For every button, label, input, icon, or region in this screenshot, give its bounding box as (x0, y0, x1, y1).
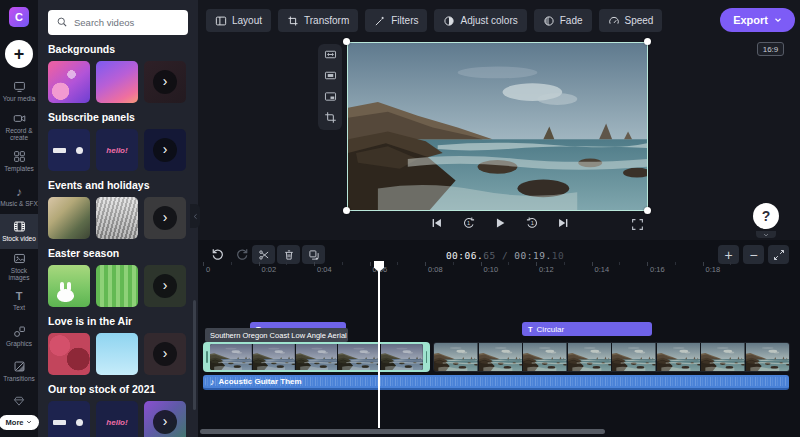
forward-1s-button[interactable]: 1 (525, 216, 539, 233)
skip-to-end-button[interactable] (556, 216, 570, 233)
ruler-minor-tick (342, 262, 343, 265)
see-more-thumb[interactable]: › (144, 197, 186, 239)
fullscreen-icon[interactable] (631, 218, 644, 234)
chevron-right-icon: › (153, 70, 177, 94)
sidebar-item-record-create[interactable]: Record & create (0, 109, 38, 144)
see-more-thumb[interactable]: › (144, 61, 186, 103)
stock-thumb[interactable] (96, 333, 138, 375)
selection-handle-bottom-right[interactable] (644, 207, 651, 214)
timeline-ruler[interactable]: 00:020:040:060:080:100:120:140:160:18 (198, 262, 800, 278)
fill-button[interactable] (321, 69, 339, 84)
thumb-text: hello! (96, 129, 138, 171)
clipchamp-logo[interactable]: C (9, 7, 29, 27)
sidebar-item-text[interactable]: TText (0, 284, 38, 319)
preview-side-toolbar (318, 44, 342, 130)
audio-clip-label: Acoustic Guitar Them (219, 377, 302, 386)
chevron-right-icon: › (153, 274, 177, 298)
layout-button[interactable]: Layout (206, 9, 271, 32)
stock-thumb[interactable] (96, 197, 138, 239)
stock-video-panel: Search videos Backgrounds›Subscribe pane… (38, 0, 198, 437)
stock-thumb[interactable] (48, 333, 90, 375)
stock-thumb[interactable] (48, 401, 90, 437)
time-display: 00:06.65 / 00:19.10 (420, 250, 590, 261)
text-clip-label: Circular (537, 325, 565, 334)
add-media-button[interactable]: + (5, 40, 33, 68)
video-preview[interactable] (347, 42, 648, 211)
clipchamp-app: C + Your mediaRecord & createTemplates♪M… (0, 0, 800, 437)
ruler-tick (203, 262, 204, 266)
ruler-tick (536, 262, 537, 266)
skip-to-start-button[interactable] (430, 216, 444, 233)
transform-button[interactable]: Transform (278, 9, 358, 32)
video-clip[interactable] (433, 342, 790, 372)
sidebar-item-music-sfx[interactable]: ♪Music & SFX (0, 179, 38, 214)
timeline-scrollbar[interactable] (200, 429, 605, 434)
playhead-line[interactable] (378, 262, 380, 428)
fade-button[interactable]: Fade (534, 9, 592, 32)
camera-icon (13, 112, 26, 125)
selection-handle-top-right[interactable] (644, 38, 651, 45)
thumb-row: › (48, 61, 188, 103)
filters-icon (374, 15, 386, 27)
text-icon: T (16, 291, 23, 302)
rewind-1s-button[interactable]: 1 (462, 216, 476, 233)
sidebar-item-stock-images[interactable]: Stock images (0, 249, 38, 284)
text-icon: T (528, 325, 533, 334)
section-title: Subscribe panels (48, 111, 188, 124)
sidebar-item-label: Graphics (6, 340, 32, 347)
panel-scrollbar[interactable] (193, 300, 196, 410)
see-more-thumb[interactable]: › (144, 401, 186, 437)
stock-thumb[interactable] (96, 265, 138, 307)
shapes-icon (13, 325, 26, 338)
see-more-thumb[interactable]: › (144, 333, 186, 375)
edit-toolbar: LayoutTransformFiltersAdjust colorsFadeS… (206, 9, 662, 32)
ruler-tick (592, 262, 593, 266)
speed-button[interactable]: Speed (599, 9, 663, 32)
panel-collapse-handle[interactable] (190, 204, 200, 228)
aspect-ratio-badge[interactable]: 16:9 (757, 42, 784, 56)
whats-new-icon[interactable] (13, 393, 25, 411)
selection-handle-top-left[interactable] (343, 38, 350, 45)
ruler-tick (425, 262, 426, 266)
transitions-icon (13, 360, 26, 373)
more-button[interactable]: More (0, 415, 39, 430)
ruler-minor-tick (619, 262, 620, 265)
stock-thumb[interactable] (48, 197, 90, 239)
sidebar-item-transitions[interactable]: Transitions (0, 354, 38, 389)
stock-thumb[interactable] (48, 265, 90, 307)
filters-button[interactable]: Filters (365, 9, 427, 32)
crop-button[interactable] (321, 111, 339, 126)
stock-thumb[interactable]: hello! (96, 129, 138, 171)
layout-icon (215, 15, 227, 27)
sidebar: C + Your mediaRecord & createTemplates♪M… (0, 0, 38, 437)
stock-thumb[interactable] (48, 61, 90, 103)
speed-icon (608, 15, 620, 27)
sidebar-item-label: Music & SFX (0, 200, 38, 207)
stock-thumb[interactable]: hello! (96, 401, 138, 437)
transform-icon (287, 15, 299, 27)
help-button[interactable]: ? (753, 203, 779, 229)
see-more-thumb[interactable]: › (144, 265, 186, 307)
play-button[interactable] (493, 216, 507, 233)
audio-clip[interactable]: ♪ Acoustic Guitar Them (203, 375, 789, 390)
search-input[interactable]: Search videos (48, 10, 188, 35)
toolbar-button-label: Adjust colors (460, 15, 517, 26)
sidebar-item-graphics[interactable]: Graphics (0, 319, 38, 354)
stock-thumb[interactable] (48, 129, 90, 171)
sidebar-item-templates[interactable]: Templates (0, 144, 38, 179)
sidebar-item-your-media[interactable]: Your media (0, 74, 38, 109)
export-label: Export (733, 14, 768, 26)
fit-button[interactable] (321, 48, 339, 63)
adjust-colors-button[interactable]: Adjust colors (434, 9, 526, 32)
see-more-thumb[interactable]: › (144, 129, 186, 171)
text-clip-circular[interactable]: T Circular (522, 322, 652, 336)
video-clip-selected[interactable] (203, 342, 430, 372)
sidebar-item-stock-video[interactable]: Stock video (0, 214, 38, 249)
toolbar-button-label: Transform (304, 15, 349, 26)
collapse-preview-tab[interactable] (756, 231, 776, 238)
selection-handle-bottom-left[interactable] (343, 207, 350, 214)
picture-in-picture-button[interactable] (321, 90, 339, 105)
export-button[interactable]: Export (720, 8, 795, 32)
stock-thumb[interactable] (96, 61, 138, 103)
section-title: Our top stock of 2021 (48, 383, 188, 396)
